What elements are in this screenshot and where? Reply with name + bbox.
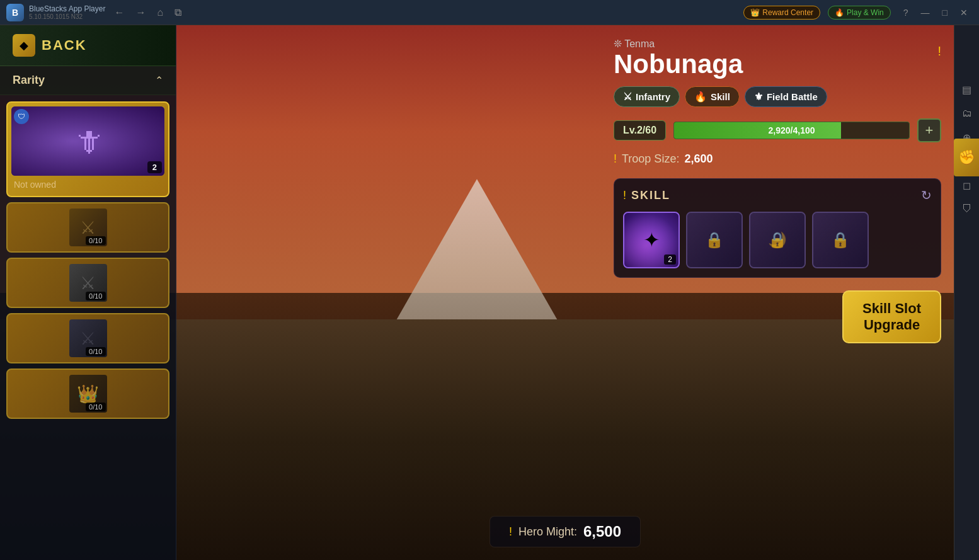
level-plus-button[interactable]: + (917, 118, 941, 142)
chevron-up-icon: ⌃ (155, 74, 163, 86)
nav-back-button[interactable]: ← (110, 6, 128, 20)
selected-hero-avatar: 🛡 🗡 2 (11, 106, 164, 176)
skill-header-left: ! SKILL (623, 189, 670, 202)
fire-icon: 🔥 (835, 8, 844, 17)
app-version: 5.10.150.1015 N32 (29, 13, 105, 20)
play-win-label: Play & Win (847, 8, 884, 17)
title-bar-left: B BlueStacks App Player 5.10.150.1015 N3… (6, 4, 185, 21)
hero-name: Nobunaga (614, 51, 743, 77)
app-logo: B (6, 4, 24, 21)
play-win-button[interactable]: 🔥 Play & Win (828, 6, 891, 20)
skill-level-badge: 2 (664, 254, 676, 265)
minimize-button[interactable]: — (916, 6, 935, 19)
app-name: BlueStacks App Player (29, 4, 105, 13)
hero-avatar-2: ⚔ 0/10 (69, 264, 107, 302)
level-label: Lv.2/60 (614, 120, 666, 140)
game-area: ◆ BACK Rarity ⌃ 🛡 🗡 2 Not owned (0, 25, 954, 560)
skill-slot-1[interactable]: ✦ 2 (623, 212, 680, 268)
skill-refresh-button[interactable]: ↻ (921, 188, 932, 203)
sidebar-icon-1[interactable]: ▤ (957, 79, 977, 100)
troop-size-row: ! Troop Size: 2,600 (614, 152, 941, 166)
not-owned-label: Not owned (11, 176, 56, 192)
sidebar-icon-6[interactable]: ⛉ (957, 199, 977, 219)
hero-tags: ⚔ Infantry 🔥 Skill ⚜ Field Battle (614, 86, 941, 107)
skill-slot-4-inner: ✦ 🔒 (813, 213, 867, 267)
skill-tag: 🔥 Skill (685, 86, 740, 107)
skill-label: Skill (711, 91, 730, 102)
maximize-button[interactable]: □ (937, 6, 953, 19)
selected-hero-card[interactable]: 🛡 🗡 2 Not owned (6, 101, 169, 197)
exp-bar-text: 2,920/4,100 (674, 122, 909, 139)
hero-card-4[interactable]: 👑 0/10 (6, 369, 169, 419)
troop-warning-icon: ! (614, 152, 617, 166)
hero-list: 🛡 🗡 2 Not owned ⚔ 0/10 ⚔ (0, 95, 176, 560)
skill-section: ! SKILL ↻ ✦ 2 (614, 178, 941, 278)
window-controls: ? — □ ✕ (898, 6, 973, 19)
skill-upgrade-label: Skill SlotUpgrade (862, 300, 921, 333)
hero-level-badge: 2 (147, 161, 162, 173)
troop-label: Troop Size: (622, 152, 679, 166)
back-button[interactable]: ◆ BACK (0, 25, 176, 66)
skill-title: SKILL (631, 189, 670, 202)
lock-icon-2: 🔒 (705, 231, 724, 249)
hero-card-2[interactable]: ⚔ 0/10 (6, 258, 169, 308)
hero-avatar-3: ⚔ 0/10 (69, 319, 107, 357)
lock-icon-3: 🔒 (768, 231, 787, 249)
hero-warning-icon: ! (937, 44, 941, 59)
hero-card-1[interactable]: ⚔ 0/10 (6, 202, 169, 253)
skill-slot-2[interactable]: ⚔ 🔒 (686, 212, 743, 268)
sidebar-icon-2[interactable]: 🗂 (957, 103, 977, 123)
skill-slot-4[interactable]: ✦ 🔒 (812, 212, 869, 268)
rarity-filter[interactable]: Rarity ⌃ (0, 66, 176, 95)
close-button[interactable]: ✕ (955, 6, 973, 19)
field-label: Field Battle (767, 91, 818, 102)
hero-name-block: ❊ Tenma Nobunaga (614, 38, 743, 77)
title-bar-right: 👑 Reward Center 🔥 Play & Win ? — □ ✕ (743, 6, 973, 20)
fist-icon: ✊ (958, 149, 975, 166)
skill-slot-3-inner: 🌙 🔒 (750, 213, 804, 267)
infantry-label: Infantry (636, 91, 670, 102)
hero-title-area: ❊ Tenma Nobunaga ! (614, 38, 941, 77)
nav-buttons: ← → ⌂ ⧉ (110, 6, 185, 20)
lock-icon-4: 🔒 (831, 231, 850, 249)
skill-fire-icon: 🔥 (694, 91, 707, 103)
field-battle-tag: ⚜ Field Battle (745, 86, 827, 107)
skill-active-icon: ✦ (643, 228, 660, 252)
hero-count-3: 0/10 (86, 347, 105, 356)
infantry-tag: ⚔ Infantry (614, 86, 680, 107)
nav-layers-button[interactable]: ⧉ (171, 6, 185, 20)
hero-avatar-4: 👑 0/10 (69, 375, 107, 413)
hero-count-2: 0/10 (86, 292, 105, 300)
right-sidebar: ✊ ▤ 🗂 ⊕ ✦ ◻ ⛉ (954, 25, 979, 560)
skill-header: ! SKILL ↻ (623, 188, 932, 203)
skill-slot-2-inner: ⚔ 🔒 (687, 213, 741, 267)
sidebar-icon-5[interactable]: ◻ (957, 175, 977, 195)
active-sidebar-icon[interactable]: ✊ (954, 139, 979, 176)
hero-avatar-1: ⚔ 0/10 (69, 209, 107, 246)
title-bar: B BlueStacks App Player 5.10.150.1015 N3… (0, 0, 979, 25)
troop-value: 2,600 (684, 152, 713, 166)
shield-icon: 🛡 (18, 112, 25, 121)
back-icon: ◆ (13, 34, 35, 57)
skill-slots: ✦ 2 ⚔ 🔒 🌙 🔒 (623, 212, 932, 268)
crown-icon: 👑 (750, 8, 760, 17)
reward-center-button[interactable]: 👑 Reward Center (743, 6, 820, 20)
hero-card-3[interactable]: ⚔ 0/10 (6, 313, 169, 363)
skill-slot-3[interactable]: 🌙 🔒 (749, 212, 806, 268)
help-button[interactable]: ? (898, 6, 913, 19)
level-bar-container: Lv.2/60 2,920/4,100 + (614, 118, 941, 142)
skill-exclaim-icon: ! (623, 189, 626, 202)
rarity-label: Rarity (13, 74, 45, 87)
infantry-icon: ⚔ (623, 91, 632, 103)
skill-upgrade-button[interactable]: Skill SlotUpgrade (842, 290, 941, 343)
field-icon: ⚜ (754, 91, 763, 103)
nav-home-button[interactable]: ⌂ (153, 6, 167, 20)
hero-count-1: 0/10 (86, 236, 105, 245)
reward-center-label: Reward Center (762, 8, 813, 17)
exp-bar: 2,920/4,100 (673, 122, 910, 139)
hero-subtitle: ❊ Tenma (614, 38, 743, 50)
left-sidebar: ◆ BACK Rarity ⌃ 🛡 🗡 2 Not owned (0, 25, 176, 560)
nav-forward-button[interactable]: → (132, 6, 149, 20)
back-label: BACK (42, 37, 87, 54)
hero-detail: ❊ Tenma Nobunaga ! ⚔ Infantry 🔥 Skill ⚜ … (614, 38, 941, 343)
